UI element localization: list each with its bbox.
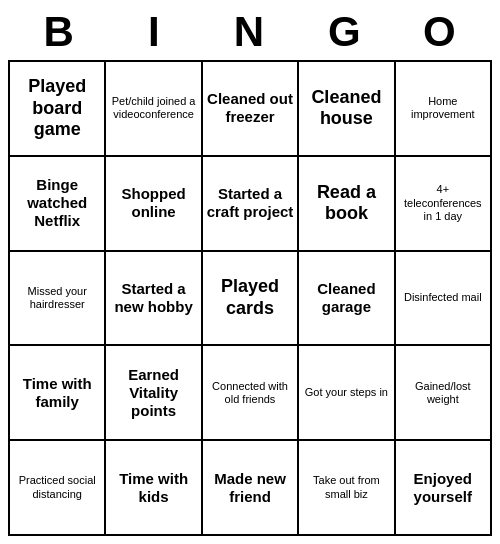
cell-text-4: Home improvement [399,95,487,121]
cell-text-7: Started a craft project [206,185,294,221]
bingo-cell-16: Earned Vitality points [106,346,202,441]
cell-text-0: Played board game [13,76,101,141]
bingo-cell-7: Started a craft project [203,157,299,252]
cell-text-2: Cleaned out freezer [206,90,294,126]
cell-text-1: Pet/child joined a videoconference [109,95,197,121]
bingo-cell-23: Take out from small biz [299,441,395,536]
bingo-cell-17: Connected with old friends [203,346,299,441]
bingo-cell-20: Practiced social distancing [10,441,106,536]
bingo-grid: Played board gamePet/child joined a vide… [8,60,492,536]
cell-text-5: Binge watched Netflix [13,176,101,230]
cell-text-23: Take out from small biz [302,474,390,500]
cell-text-16: Earned Vitality points [109,366,197,420]
bingo-cell-13: Cleaned garage [299,252,395,347]
bingo-cell-3: Cleaned house [299,62,395,157]
bingo-cell-14: Disinfected mail [396,252,492,347]
cell-text-12: Played cards [206,276,294,319]
cell-text-14: Disinfected mail [404,291,482,304]
bingo-title: B I N G O [8,8,492,56]
cell-text-11: Started a new hobby [109,280,197,316]
bingo-cell-1: Pet/child joined a videoconference [106,62,202,157]
cell-text-3: Cleaned house [302,87,390,130]
cell-text-6: Shopped online [109,185,197,221]
bingo-cell-22: Made new friend [203,441,299,536]
bingo-cell-8: Read a book [299,157,395,252]
bingo-cell-5: Binge watched Netflix [10,157,106,252]
bingo-cell-9: 4+ teleconferences in 1 day [396,157,492,252]
cell-text-17: Connected with old friends [206,380,294,406]
title-o: O [393,8,488,56]
bingo-cell-19: Gained/lost weight [396,346,492,441]
bingo-cell-24: Enjoyed yourself [396,441,492,536]
bingo-cell-4: Home improvement [396,62,492,157]
title-i: I [107,8,202,56]
title-g: G [298,8,393,56]
bingo-cell-21: Time with kids [106,441,202,536]
title-n: N [202,8,297,56]
title-b: B [12,8,107,56]
cell-text-19: Gained/lost weight [399,380,487,406]
bingo-cell-6: Shopped online [106,157,202,252]
cell-text-24: Enjoyed yourself [399,470,487,506]
cell-text-8: Read a book [302,182,390,225]
bingo-cell-2: Cleaned out freezer [203,62,299,157]
cell-text-21: Time with kids [109,470,197,506]
cell-text-22: Made new friend [206,470,294,506]
cell-text-18: Got your steps in [305,386,388,399]
cell-text-15: Time with family [13,375,101,411]
bingo-cell-18: Got your steps in [299,346,395,441]
cell-text-13: Cleaned garage [302,280,390,316]
bingo-cell-11: Started a new hobby [106,252,202,347]
bingo-cell-12: Played cards [203,252,299,347]
bingo-cell-15: Time with family [10,346,106,441]
cell-text-9: 4+ teleconferences in 1 day [399,183,487,223]
cell-text-10: Missed your hairdresser [13,285,101,311]
cell-text-20: Practiced social distancing [13,474,101,500]
bingo-cell-0: Played board game [10,62,106,157]
bingo-cell-10: Missed your hairdresser [10,252,106,347]
